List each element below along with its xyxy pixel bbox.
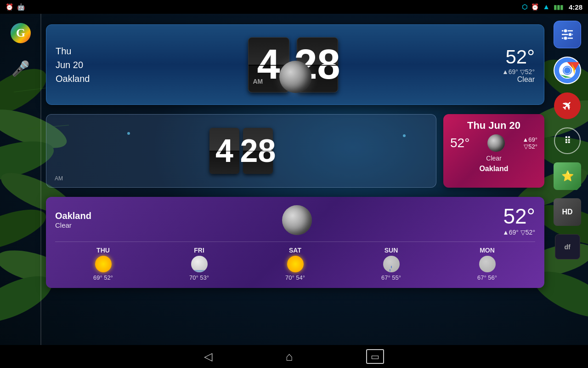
middle-row: 4 28 AM Thu Jun 20 52° ▲69° ▽52°	[46, 114, 544, 188]
bottom-condition: Clear	[55, 221, 91, 229]
home-button[interactable]: ⌂	[286, 350, 293, 364]
navigation-bar: ◁ ⌂ ▭	[0, 345, 588, 368]
sat-weather-icon	[287, 256, 304, 272]
weather-card-moon	[487, 134, 505, 152]
mini-minute-digit: 28	[243, 128, 273, 174]
hd-label: HD	[562, 208, 572, 216]
app-icon-apps-grid[interactable]: ⠿	[554, 127, 581, 154]
status-right-icons: ⬡ ⏰ ▲ ▮▮▮ 4:28	[522, 3, 582, 11]
app-icon-star-chart[interactable]: ⭐	[554, 162, 581, 190]
mini-clock-widget[interactable]: 4 28 AM	[46, 114, 436, 188]
mini-hour-digit: 4	[209, 128, 239, 174]
weather-card-condition: Clear	[450, 155, 537, 162]
forecast-thu: THU 69° 52°	[55, 247, 151, 281]
bottom-city-condition: Oakland Clear	[55, 211, 91, 229]
forecast-fri: FRI 70° 53°	[151, 247, 247, 281]
app-icon-settings[interactable]	[554, 21, 581, 48]
battery-icon: ▮▮▮	[554, 4, 563, 11]
google-search-button[interactable]: G	[11, 23, 31, 43]
app-icon-hd[interactable]: HD	[554, 198, 581, 226]
flip-clock-widget[interactable]: Thu Jun 20 Oakland 4 AM 28 52° ▲69° ▽52°	[46, 24, 544, 105]
mon-weather-icon	[479, 256, 496, 272]
bottom-temp-section: 52° ▲69° ▽52°	[503, 204, 535, 236]
date-month-day: Jun 20	[56, 58, 111, 72]
app-icon-chrome[interactable]	[554, 57, 581, 84]
df-label: df	[564, 243, 570, 251]
app-icon-df[interactable]: df	[555, 234, 580, 259]
svg-point-22	[564, 29, 567, 33]
mini-am-pm: AM	[55, 175, 63, 182]
mini-flip-time: 4 28	[209, 128, 273, 174]
bottom-weather-widget[interactable]: Oakland Clear 52° ▲69° ▽52° THU 69° 52°	[46, 197, 544, 288]
forecast-mon: MON 67° 56°	[439, 247, 535, 281]
main-content: Thu Jun 20 Oakland 4 AM 28 52° ▲69° ▽52°	[46, 17, 544, 343]
flip-clock-date: Thu Jun 20 Oakland	[56, 44, 111, 86]
voice-search-button[interactable]: 🎤	[9, 57, 32, 80]
flip-temp-range: ▲69° ▽52°	[475, 68, 535, 75]
grid-icon: ⠿	[564, 135, 571, 146]
status-left-icons: ⏰ 🤖	[6, 3, 25, 11]
sliders-icon	[559, 26, 576, 43]
left-sidebar: G 🎤	[0, 14, 41, 345]
bottom-moon	[282, 205, 312, 235]
status-bar: ⏰ 🤖 ⬡ ⏰ ▲ ▮▮▮ 4:28	[0, 0, 588, 14]
bottom-city: Oakland	[55, 211, 91, 221]
thu-weather-icon	[95, 256, 112, 272]
wifi-icon: ▲	[543, 3, 550, 11]
right-sidebar: ✈ ⠿ ⭐ HD df	[547, 14, 588, 345]
weather-card-city: Oakland	[450, 165, 537, 173]
alarm-icon: ⏰	[531, 3, 539, 11]
svg-point-31	[564, 67, 571, 74]
flip-weather-info: 52° ▲69° ▽52° Clear	[475, 46, 535, 84]
app-icon-planes[interactable]: ✈	[554, 92, 581, 119]
date-city: Oakland	[56, 72, 111, 86]
chrome-icon	[554, 58, 580, 83]
svg-point-26	[564, 36, 567, 40]
weather-card-range: ▲69° ▽52°	[522, 136, 537, 150]
plane-icon: ✈	[559, 97, 576, 114]
date-day: Thu	[56, 44, 111, 58]
back-button[interactable]: ◁	[204, 350, 212, 363]
weather-card-date: Thu Jun 20	[450, 120, 537, 132]
weather-card-main-row: 52° ▲69° ▽52°	[450, 134, 537, 152]
mic-icon: 🎤	[11, 60, 30, 77]
forecast-sun: SUN 67° 55°	[343, 247, 439, 281]
sun-weather-icon	[383, 256, 400, 272]
star-chart-icon: ⭐	[561, 170, 574, 182]
flip-condition: Clear	[475, 75, 535, 84]
forecast-sat: SAT 70° 54°	[247, 247, 343, 281]
forecast-row: THU 69° 52° FRI 70° 53° SAT 70° 54° SUN	[55, 242, 535, 281]
fri-weather-icon	[191, 256, 208, 272]
bottom-temp-range: ▲69° ▽52°	[503, 229, 535, 236]
svg-point-24	[568, 33, 572, 36]
weather-card[interactable]: Thu Jun 20 52° ▲69° ▽52° Clear Oakland	[443, 114, 544, 188]
recents-button[interactable]: ▭	[366, 349, 384, 364]
moon-image	[279, 61, 311, 93]
flip-temp-main: 52°	[475, 46, 535, 68]
alarm-status-icon: ⏰	[6, 3, 13, 11]
weather-card-temp: 52°	[450, 136, 469, 150]
bottom-temp-main: 52°	[503, 204, 535, 229]
bluetooth-icon: ⬡	[522, 3, 527, 11]
bottom-weather-top: Oakland Clear 52° ▲69° ▽52°	[55, 204, 535, 236]
android-status-icon: 🤖	[17, 3, 25, 11]
time-display: 4:28	[569, 3, 582, 11]
google-g-label: G	[16, 26, 25, 40]
